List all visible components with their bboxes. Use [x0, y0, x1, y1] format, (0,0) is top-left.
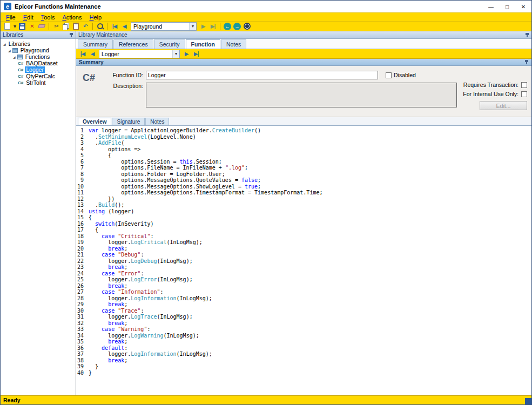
line-number: 17: [76, 227, 84, 233]
prev-library-button[interactable]: ◀: [120, 22, 129, 31]
tree-item-label: QtyPerCalc: [25, 73, 56, 79]
chevron-down-icon: ▾: [172, 50, 179, 58]
expander-icon[interactable]: ◢: [8, 49, 11, 52]
pin-icon[interactable]: [69, 32, 73, 38]
tab-function[interactable]: Function: [186, 39, 220, 49]
line-number: 20: [76, 246, 84, 252]
tree-item-functions[interactable]: ◢Functions: [1, 53, 76, 60]
library-combo-value: Playground: [133, 23, 162, 30]
line-number-gutter: 1234567891011121314151617181920212223242…: [76, 127, 86, 395]
disabled-checkbox[interactable]: [386, 72, 392, 78]
tab-summary[interactable]: Summary: [78, 39, 113, 49]
code-line: case "Error":: [89, 271, 531, 277]
minimize-button[interactable]: —: [483, 1, 499, 12]
first-library-button[interactable]: |◀: [110, 22, 119, 31]
internal-use-label: For Internal Use Only:: [463, 91, 518, 97]
editor-tab-overview[interactable]: Overview: [78, 118, 111, 125]
next-record-button[interactable]: ▶: [182, 50, 191, 58]
line-number: 31: [76, 314, 84, 320]
delete-button[interactable]: ✕: [28, 22, 36, 31]
menu-file[interactable]: File: [2, 14, 19, 21]
menu-help[interactable]: Help: [86, 14, 106, 21]
tree-item-playground[interactable]: ◢Playground: [1, 47, 76, 53]
editor-tab-notes[interactable]: Notes: [145, 118, 169, 125]
next-library-button[interactable]: ▶: [199, 22, 207, 31]
forward-button[interactable]: →: [233, 23, 241, 30]
menu-edit[interactable]: Edit: [19, 14, 37, 21]
code-line: }): [89, 196, 531, 202]
cut-button[interactable]: ✂: [52, 22, 60, 31]
paste-button[interactable]: [71, 22, 80, 31]
edit-button[interactable]: Edit...: [480, 101, 527, 110]
new-button[interactable]: [3, 22, 11, 31]
line-number: 5: [76, 152, 84, 159]
line-number: 37: [76, 351, 84, 357]
code-content[interactable]: var logger = ApplicationLoggerBuilder.Cr…: [86, 127, 531, 395]
save-button[interactable]: [18, 22, 26, 31]
close-button[interactable]: ✕: [515, 1, 531, 12]
back-button[interactable]: ←: [224, 23, 231, 30]
internal-use-checkbox[interactable]: [521, 91, 527, 97]
requires-transaction-checkbox[interactable]: [521, 82, 527, 88]
line-number: 19: [76, 239, 84, 246]
resize-grip[interactable]: [525, 398, 531, 404]
tree-item-label: Logger: [25, 66, 45, 73]
search-button[interactable]: [96, 22, 104, 31]
main-tab-strip: SummaryReferencesSecurityFunctionNotes: [76, 39, 531, 49]
line-number: 32: [76, 320, 84, 327]
line-number: 36: [76, 345, 84, 352]
code-line: break;: [89, 320, 531, 327]
record-combo-value: Logger: [102, 51, 119, 57]
record-combo[interactable]: Logger▾: [99, 50, 180, 58]
pin-icon[interactable]: [525, 32, 529, 38]
code-line: default:: [89, 345, 531, 352]
code-line: logger.LogTrace(InLogMsg);: [89, 314, 531, 320]
line-number: 29: [76, 301, 84, 308]
expander-icon[interactable]: ◢: [13, 55, 16, 59]
code-line: .Build();: [89, 202, 531, 208]
tree-item-logger[interactable]: C#Logger: [1, 66, 76, 73]
tab-references[interactable]: References: [113, 39, 153, 49]
editor-tab-signature[interactable]: Signature: [112, 118, 145, 125]
pin-icon[interactable]: [524, 59, 529, 65]
library-combo[interactable]: Playground▾: [131, 22, 197, 31]
libraries-panel-header: Libraries: [1, 31, 76, 39]
tree-item-baqdataset[interactable]: C#BAQDataset: [1, 60, 76, 66]
library-maintenance-panel: Library Maintenance SummaryReferencesSec…: [76, 31, 531, 395]
expander-icon[interactable]: ◢: [3, 42, 6, 46]
undo-button[interactable]: ↶: [81, 22, 90, 31]
clear-button[interactable]: [37, 22, 46, 31]
line-number: 33: [76, 326, 84, 333]
summary-section-header: Summary: [76, 59, 531, 66]
first-record-button[interactable]: |◀: [78, 50, 87, 58]
record-button[interactable]: [243, 22, 251, 31]
tab-security[interactable]: Security: [154, 39, 185, 49]
libraries-panel-title: Libraries: [3, 32, 23, 38]
tree-item-libraries[interactable]: ◢Libraries: [1, 40, 76, 47]
line-number: 39: [76, 363, 84, 370]
prev-record-button[interactable]: ◀: [88, 50, 97, 58]
line-number: 15: [76, 214, 84, 221]
tab-notes[interactable]: Notes: [221, 39, 246, 49]
code-editor[interactable]: 1234567891011121314151617181920212223242…: [76, 126, 531, 395]
line-number: 22: [76, 258, 84, 265]
title-bar: e Epicor Functions Maintenance — □ ✕: [1, 1, 531, 12]
code-line: .SetMinimumLevel(LogLevel.None): [89, 134, 531, 140]
library-maintenance-title: Library Maintenance: [78, 32, 127, 38]
description-textarea[interactable]: [146, 83, 457, 107]
menu-actions[interactable]: Actions: [58, 14, 85, 21]
tree-item-strtoint[interactable]: C#StrToInt: [1, 79, 76, 86]
tree-item-qtypercalc[interactable]: C#QtyPerCalc: [1, 73, 76, 79]
new-dropdown[interactable]: ▾: [12, 22, 17, 31]
line-number: 4: [76, 146, 84, 153]
line-number: 11: [76, 190, 84, 196]
menu-tools[interactable]: Tools: [37, 14, 59, 21]
function-id-input[interactable]: [146, 71, 378, 79]
last-record-button[interactable]: ▶|: [192, 50, 200, 58]
last-library-button[interactable]: ▶|: [208, 22, 217, 31]
maximize-button[interactable]: □: [499, 1, 515, 12]
copy-button[interactable]: [62, 22, 70, 31]
window-title: Epicor Functions Maintenance: [15, 3, 101, 10]
line-number: 6: [76, 159, 84, 165]
line-number: 16: [76, 221, 84, 227]
